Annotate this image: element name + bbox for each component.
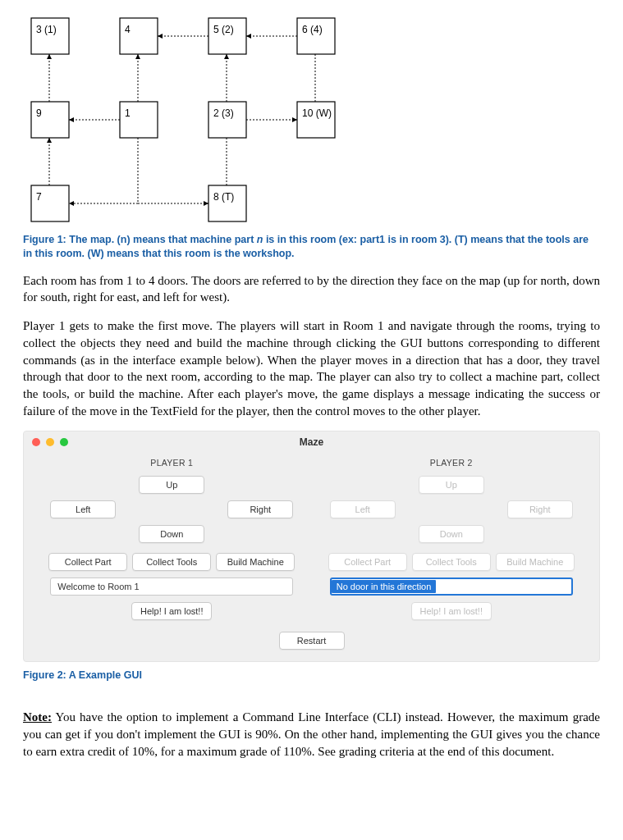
p1-up-button[interactable]: Up: [139, 476, 204, 494]
note-paragraph: Note: You have the option to implement a…: [23, 709, 600, 760]
player2-label: PLAYER 2: [320, 458, 583, 468]
p1-right-button[interactable]: Right: [227, 500, 293, 518]
room-label: 7: [36, 191, 42, 203]
p2-left-button[interactable]: Left: [330, 500, 396, 518]
p2-build-machine-button[interactable]: Build Machine: [496, 553, 575, 571]
p2-down-button[interactable]: Down: [419, 525, 484, 543]
room-label: 10 (W): [302, 107, 332, 119]
p1-build-machine-button[interactable]: Build Machine: [216, 553, 295, 571]
p1-help-button[interactable]: Help! I am lost!!: [131, 602, 212, 620]
p1-down-button[interactable]: Down: [139, 525, 204, 543]
room-label: 4: [125, 24, 131, 35]
room-label: 5 (2): [213, 24, 234, 35]
window-title: Maze: [24, 436, 599, 448]
p2-collect-part-button[interactable]: Collect Part: [328, 553, 407, 571]
player1-label: PLAYER 1: [40, 458, 303, 468]
p1-left-button[interactable]: Left: [50, 500, 116, 518]
p1-status-field[interactable]: Welcome to Room 1: [50, 578, 293, 596]
room-label: 6 (4): [302, 24, 323, 35]
window-titlebar: Maze: [24, 431, 599, 453]
room-label: 1: [125, 107, 131, 119]
p2-right-button[interactable]: Right: [507, 500, 573, 518]
figure1-caption: Figure 1: The map. (n) means that machin…: [23, 233, 600, 261]
p2-help-button[interactable]: Help! I am lost!!: [411, 602, 492, 620]
p1-collect-part-button[interactable]: Collect Part: [48, 553, 127, 571]
paragraph-1: Each room has from 1 to 4 doors. The doo…: [23, 272, 600, 306]
p1-collect-tools-button[interactable]: Collect Tools: [132, 553, 211, 571]
restart-button[interactable]: Restart: [279, 632, 345, 650]
paragraph-2: Player 1 gets to make the first move. Th…: [23, 317, 600, 419]
room-label: 3 (1): [36, 24, 57, 35]
p2-collect-tools-button[interactable]: Collect Tools: [412, 553, 491, 571]
player2-panel: PLAYER 2 Up Left Right Down Collect Part…: [320, 458, 583, 620]
p2-status-field[interactable]: No door in this direction: [330, 578, 573, 596]
player1-panel: PLAYER 1 Up Left Right Down Collect Part…: [40, 458, 303, 620]
room-label: 8 (T): [213, 191, 234, 203]
p2-up-button[interactable]: Up: [419, 476, 484, 494]
room-label: 9: [36, 107, 42, 119]
maze-gui-window: Maze PLAYER 1 Up Left Right Down Collect…: [23, 431, 600, 662]
room-label: 2 (3): [213, 107, 234, 119]
map-figure: 3 (1)45 (2)6 (4)912 (3)10 (W)78 (T): [23, 10, 351, 228]
figure2-caption: Figure 2: A Example GUI: [23, 669, 600, 682]
